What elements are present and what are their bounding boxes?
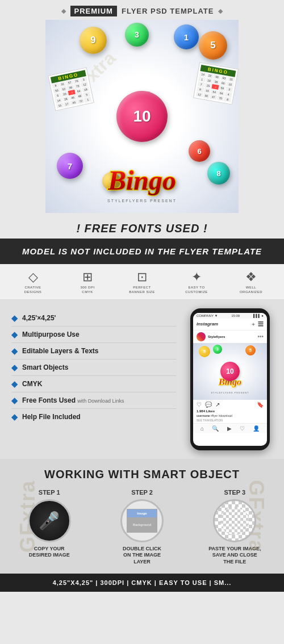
home-nav-icon: ⌂: [201, 425, 204, 432]
phone-caption: username #flyer #download: [193, 413, 267, 419]
detail-cmyk: ◆ CMYK: [11, 376, 176, 392]
phone-mockup: COMPANY ▼ 15:09 ▌▌▌ ● Instagram ＋ ☰ Styl…: [190, 308, 270, 450]
phone-action-bar: ♡ 💬 ↗ 🔖: [193, 400, 267, 409]
insta-logo-icon: Instagram: [197, 321, 218, 327]
microphone-icon: 🎤: [39, 511, 60, 530]
dpi-icon: ⊞: [82, 271, 93, 283]
share-icon: ↗: [215, 402, 220, 408]
detail-smart-text: Smart Objects: [22, 363, 68, 371]
creative-label: CRATIVEDESIGNS: [24, 286, 42, 295]
bullet-smart: ◆: [11, 363, 18, 372]
detail-multipurpose-text: Multipurpose Use: [22, 331, 80, 338]
caption-tag: #flyer #download: [211, 414, 232, 417]
smart-object-section: GFxtra GFxtra WORKING WITH SMART OBJECT …: [0, 459, 284, 574]
customize-label: EASY TOCUSTOMIZE: [185, 286, 208, 295]
phone-nav-bar: ⌂ 🔍 ▶ ♡ 👤: [193, 423, 267, 433]
signal-icons: ▌▌▌ ●: [253, 314, 264, 317]
checkerboard-icon: [220, 507, 249, 535]
bullet-fonts: ◆: [11, 396, 18, 405]
detail-fonts: ◆ Free Fonts Used with Download Links: [11, 392, 176, 409]
bullet-editable: ◆: [11, 346, 18, 356]
ball-red: 6: [189, 140, 210, 162]
post-header: Styleflyers •••: [193, 331, 267, 343]
ball-yellow: 9: [80, 27, 107, 54]
plus-icon: ＋ ☰: [250, 320, 264, 328]
caption-username: username: [197, 414, 210, 417]
post-username: Styleflyers: [208, 335, 225, 338]
model-notice: MODEL IS NOT INCLUDED IN THE FLYER TEMPL…: [0, 239, 284, 264]
step-3-label: STEP 3: [224, 489, 245, 496]
header-title: FLYER PSD TEMPLATE: [122, 7, 214, 15]
step-2-label: STEP 2: [131, 489, 153, 496]
phone-translate: SEE TRANSLATION: [193, 419, 267, 423]
phone-flyer-image: 9 3 5 10 Bingo STYLEFLYERS PRESENT: [193, 343, 267, 400]
steps-row: STEP 1 🎤 COPY YOURDESIRED IMAGE STEP 2 I…: [6, 489, 278, 566]
diamond-left-icon: ◆: [61, 7, 66, 15]
detail-help: ◆ Help File Included: [11, 409, 176, 425]
comment-icon: 💬: [205, 402, 212, 408]
step-1-desc: COPY YOURDESIRED IMAGE: [29, 546, 70, 559]
profile-avatar: [197, 332, 206, 341]
phone-ball-3: 5: [245, 345, 256, 356]
company-text: COMPANY ▼: [197, 314, 218, 317]
detail-cmyk-text: CMYK: [22, 380, 42, 388]
search-nav-icon: 🔍: [212, 425, 219, 432]
bullet-help: ◆: [11, 412, 18, 421]
step-2: STEP 2 Image Background DOUBLE CLICKON T…: [98, 489, 185, 566]
size-label: PERFECTBANNER SIZE: [129, 286, 155, 295]
header-banner: ◆ PREMIUM FLYER PSD TEMPLATE ◆: [0, 0, 284, 20]
detail-size: ◆ 4,25'×4,25': [11, 310, 176, 327]
organized-label: WELLORGANIZED: [240, 286, 262, 295]
feature-organized: ❖ WELLORGANIZED: [228, 271, 274, 295]
dpi-label: 300 DPICMYK: [80, 286, 94, 295]
smart-object-title: WORKING WITH SMART OBJECT: [6, 468, 278, 481]
shop-nav-icon: ♡: [240, 425, 245, 432]
bullet-multipurpose: ◆: [11, 330, 18, 339]
detail-editable-text: Editable Layers & Texts: [22, 347, 99, 355]
step-3-desc: PASTE YOUR IMAGE,SAVE AND CLOSETHE FILE: [208, 546, 261, 566]
detail-help-text: Help File Included: [22, 413, 81, 421]
step-3: STEP 3 PASTE YOUR IMAGE,SAVE AND CLOSETH…: [191, 489, 278, 566]
creative-icon: ◇: [28, 271, 38, 283]
detail-fonts-text: Free Fonts Used with Download Links: [22, 396, 124, 404]
ball-green: 3: [125, 23, 149, 47]
instagram-header: Instagram ＋ ☰: [193, 319, 267, 331]
feature-customize: ✦ EASY TOCUSTOMIZE: [174, 271, 219, 295]
feature-size: ⊡ PERFECTBANNER SIZE: [119, 271, 165, 295]
phone-screen: COMPANY ▼ 15:09 ▌▌▌ ● Instagram ＋ ☰ Styl…: [193, 313, 267, 446]
detail-multipurpose: ◆ Multipurpose Use: [11, 327, 176, 343]
bottom-bar: 4,25"x4,25" | 300DPI | CMYK | EASY TO US…: [0, 574, 284, 592]
details-list: ◆ 4,25'×4,25' ◆ Multipurpose Use ◆ Edita…: [0, 306, 182, 453]
step-2-image-icon: Image Background: [127, 509, 157, 533]
bingo-title: Bingo: [108, 165, 176, 196]
detail-smart: ◆ Smart Objects: [11, 359, 176, 376]
flyer-preview: BINGO 83157763 5010397312 620☆6418 14284…: [45, 20, 239, 213]
bullet-size: ◆: [11, 313, 18, 323]
diamond-right-icon: ◆: [218, 7, 223, 15]
details-section: ◆ 4,25'×4,25' ◆ Multipurpose Use ◆ Edita…: [0, 300, 284, 459]
ball-center: 10: [116, 91, 168, 142]
detail-size-text: 4,25'×4,25': [22, 314, 56, 322]
step-3-circle: [213, 499, 256, 542]
bookmark-icon: 🔖: [257, 402, 264, 408]
bullet-cmyk: ◆: [11, 379, 18, 388]
profile-nav-icon: 👤: [253, 425, 260, 432]
phone-status-bar: COMPANY ▼ 15:09 ▌▌▌ ●: [193, 313, 267, 319]
phone-ball-center: 10: [220, 362, 240, 381]
size-icon: ⊡: [137, 271, 147, 283]
step-1: STEP 1 🎤 COPY YOURDESIRED IMAGE: [6, 489, 93, 559]
step-2-desc: DOUBLE CLICKON THE IMAGELAYER: [123, 546, 161, 566]
phone-time: 15:09: [231, 314, 240, 317]
reels-nav-icon: ▶: [227, 425, 232, 432]
phone-styleflyers: STYLEFLYERS PRESENT: [211, 391, 249, 394]
feature-creative: ◇ CRATIVEDESIGNS: [10, 271, 56, 295]
features-bar: ◇ CRATIVEDESIGNS ⊞ 300 DPICMYK ⊡ PERFECT…: [0, 264, 284, 300]
step-1-circle: 🎤: [28, 499, 71, 542]
more-icon: •••: [257, 333, 264, 340]
ball-teal: 8: [207, 162, 230, 185]
organized-icon: ❖: [245, 271, 257, 283]
phone-ball-1: 9: [199, 346, 210, 357]
free-fonts-banner: ! FREE FONTS USED !: [0, 215, 284, 239]
phone-ball-2: 3: [213, 345, 222, 354]
premium-badge: PREMIUM: [70, 6, 117, 16]
